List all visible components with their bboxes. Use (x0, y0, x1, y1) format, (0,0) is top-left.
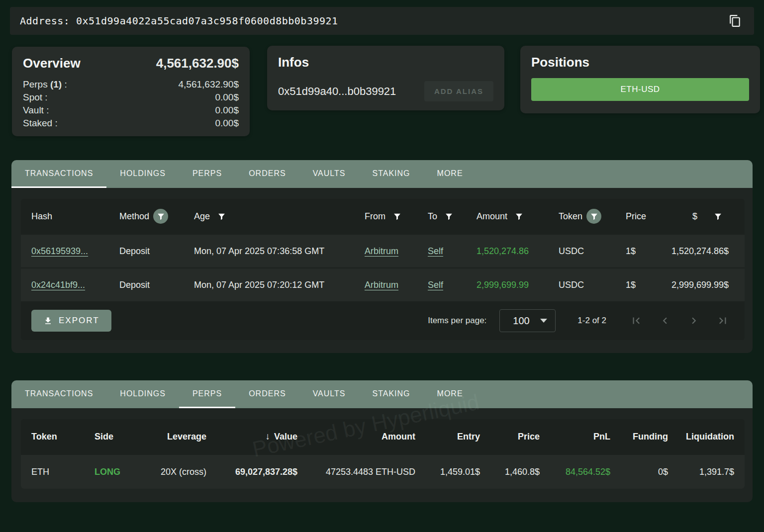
perps-table-header: Token Side Leverage ↓Value Amount Entry … (21, 419, 745, 454)
perp-leverage: 20X (cross) (144, 467, 206, 477)
tab-perps[interactable]: PERPS (179, 380, 235, 408)
tx-usd: 2,999,699.99$ (671, 280, 736, 290)
tab-staking[interactable]: STAKING (359, 380, 424, 408)
overview-row-vault: Vault : 0.00$ (23, 104, 239, 117)
perp-price: 1,460.8$ (480, 467, 540, 477)
overview-value-staked: 0.00$ (215, 117, 239, 130)
filter-icon (393, 212, 401, 221)
perp-entry: 1,459.01$ (415, 467, 480, 477)
amount-filter-button[interactable] (511, 209, 526, 224)
perps-tabbar: TRANSACTIONS HOLDINGS PERPS ORDERS VAULT… (11, 380, 753, 408)
overview-row-staked: Staked : 0.00$ (23, 117, 239, 130)
tx-age: Mon, 07 Apr 2025 07:36:58 GMT (194, 246, 365, 257)
sort-desc-icon[interactable]: ↓ (265, 431, 270, 442)
filter-icon (217, 212, 226, 221)
overview-label-perps: Perps (23, 79, 50, 89)
tx-hash-link[interactable]: 0x56195939... (31, 246, 88, 257)
col-leverage: Leverage (144, 432, 206, 442)
col-liquidation: Liquidation (668, 432, 734, 442)
transactions-table: Hash Method Age From To Amount Token Pri… (21, 199, 745, 340)
next-page-button[interactable] (684, 311, 704, 331)
transaction-row: 0x56195939... Deposit Mon, 07 Apr 2025 0… (21, 234, 745, 267)
tx-hash-link[interactable]: 0x24c41bf9... (31, 280, 85, 290)
col-token: Token (31, 432, 95, 442)
col-value: Value (274, 432, 297, 442)
tab-holdings[interactable]: HOLDINGS (106, 160, 179, 188)
tx-method: Deposit (119, 246, 194, 257)
address-value: 0x51d99a4022a55cad07a3c958f0600d8bb0b399… (76, 15, 338, 27)
token-filter-button[interactable] (586, 209, 601, 224)
overview-value-perps: 4,561,632.90$ (178, 78, 239, 91)
filter-icon (445, 212, 453, 221)
overview-label-spot: Spot : (23, 91, 48, 104)
tx-from-link[interactable]: Arbitrum (365, 280, 398, 290)
infos-card: Infos 0x51d99a40...b0b39921 ADD ALIAS (267, 46, 504, 110)
tx-age: Mon, 07 Apr 2025 07:20:12 GMT (194, 280, 365, 290)
items-per-page-value: 100 (513, 315, 529, 327)
perp-amount: 47253.4483 ETH-USD (297, 467, 415, 477)
overview-label-staked: Staked : (23, 117, 58, 130)
first-page-icon (630, 314, 643, 327)
overview-perps-colon: : (62, 79, 67, 89)
tab-transactions[interactable]: TRANSACTIONS (11, 380, 106, 408)
tab-staking[interactable]: STAKING (359, 160, 424, 188)
age-filter-button[interactable] (214, 209, 229, 224)
position-eth-usd-button[interactable]: ETH-USD (531, 78, 749, 101)
transactions-panel: TRANSACTIONS HOLDINGS PERPS ORDERS VAULT… (11, 160, 753, 353)
tx-to-link[interactable]: Self (428, 246, 443, 257)
copy-address-button[interactable] (726, 12, 744, 30)
overview-row-perps: Perps (1) : 4,561,632.90$ (23, 78, 239, 91)
address-bar: Address: 0x51d99a4022a55cad07a3c958f0600… (10, 7, 754, 35)
perp-value: 69,027,837.28$ (206, 467, 297, 477)
chevron-right-icon (687, 314, 700, 327)
perp-liquidation: 1,391.7$ (668, 467, 734, 477)
col-from: From (365, 211, 385, 222)
positions-title: Positions (531, 55, 749, 70)
transaction-row: 0x24c41bf9... Deposit Mon, 07 Apr 2025 0… (21, 267, 745, 301)
overview-card: Overview 4,561,632.90$ Perps (1) : 4,561… (12, 47, 250, 136)
col-amount: Amount (477, 211, 507, 222)
col-side: Side (95, 432, 144, 442)
overview-row-spot: Spot : 0.00$ (23, 91, 239, 104)
first-page-button[interactable] (626, 311, 646, 331)
chevron-down-icon (540, 319, 547, 323)
from-filter-button[interactable] (389, 209, 404, 224)
tab-vaults[interactable]: VAULTS (299, 380, 359, 408)
last-page-button[interactable] (713, 311, 733, 331)
overview-perps-count: (1) (50, 79, 62, 89)
col-method: Method (119, 211, 149, 222)
add-alias-button[interactable]: ADD ALIAS (424, 81, 493, 101)
positions-card: Positions ETH-USD (520, 46, 760, 113)
items-per-page-select[interactable]: 100 (499, 309, 556, 332)
col-amount: Amount (297, 432, 415, 442)
chevron-left-icon (659, 314, 671, 327)
tab-perps[interactable]: PERPS (179, 160, 235, 188)
last-page-icon (716, 314, 729, 327)
tab-more[interactable]: MORE (424, 160, 477, 188)
tab-orders[interactable]: ORDERS (235, 380, 299, 408)
tab-orders[interactable]: ORDERS (235, 160, 299, 188)
tx-amount: 2,999,699.99 (477, 280, 559, 290)
perps-panel: TRANSACTIONS HOLDINGS PERPS ORDERS VAULT… (11, 380, 753, 502)
to-filter-button[interactable] (441, 209, 456, 224)
col-token: Token (559, 211, 582, 222)
prev-page-button[interactable] (655, 311, 675, 331)
perp-side: LONG (95, 467, 144, 477)
tab-transactions[interactable]: TRANSACTIONS (11, 160, 106, 188)
infos-address-short: 0x51d99a40...b0b39921 (278, 85, 396, 98)
col-price: Price (480, 432, 540, 442)
method-filter-button[interactable] (153, 209, 168, 224)
col-usd: $ (692, 211, 697, 222)
export-button[interactable]: EXPORT (31, 310, 111, 332)
usd-filter-button[interactable] (710, 209, 725, 224)
address-label: Address: (20, 15, 70, 27)
col-age: Age (194, 211, 210, 222)
tab-vaults[interactable]: VAULTS (299, 160, 359, 188)
tab-holdings[interactable]: HOLDINGS (106, 380, 179, 408)
tx-from-link[interactable]: Arbitrum (365, 246, 398, 257)
infos-title: Infos (278, 55, 493, 70)
tab-more[interactable]: MORE (424, 380, 477, 408)
tx-to-link[interactable]: Self (428, 280, 443, 290)
perps-table: Token Side Leverage ↓Value Amount Entry … (21, 419, 745, 489)
pagination-range: 1-2 of 2 (577, 316, 606, 326)
